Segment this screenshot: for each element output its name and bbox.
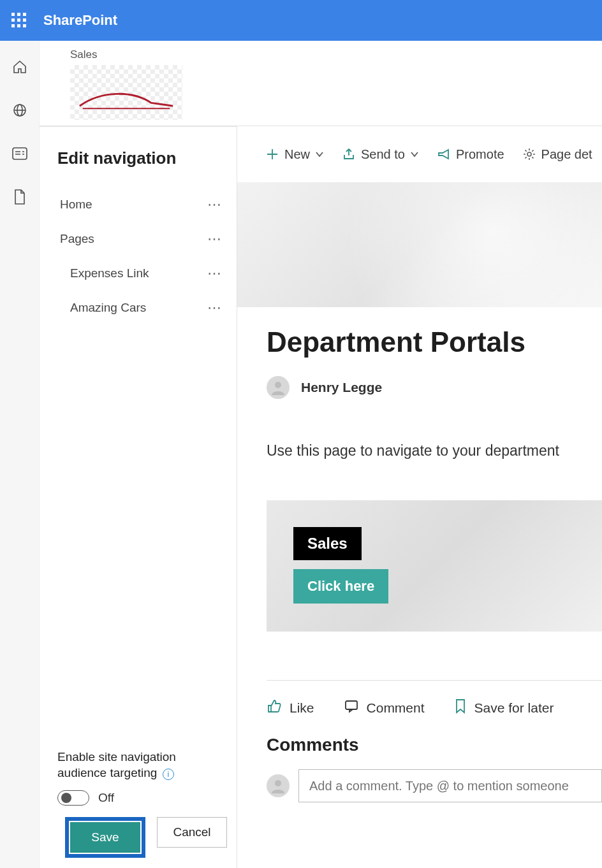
edit-navigation-title: Edit navigation (57, 148, 225, 168)
more-icon[interactable]: ⋯ (207, 196, 223, 213)
nav-item-home[interactable]: Home ⋯ (57, 187, 225, 222)
like-button[interactable]: Like (267, 698, 314, 717)
nav-item-amazing-cars[interactable]: Amazing Cars ⋯ (57, 291, 225, 325)
news-icon[interactable] (11, 145, 28, 162)
bookmark-icon (454, 698, 467, 717)
save-label: Save for later (474, 700, 554, 716)
svg-point-4 (275, 382, 281, 388)
svg-point-6 (275, 780, 281, 786)
svg-rect-2 (13, 148, 27, 159)
save-button[interactable]: Save (70, 822, 140, 853)
like-icon (267, 698, 282, 717)
site-logo[interactable] (70, 65, 182, 120)
nav-item-label: Pages (60, 232, 94, 246)
tile-label: Sales (293, 527, 362, 560)
comments-heading: Comments (267, 735, 602, 755)
cancel-button[interactable]: Cancel (157, 817, 227, 848)
audience-label-line1: Enable site navigation (57, 749, 176, 765)
nav-item-pages[interactable]: Pages ⋯ (57, 222, 225, 256)
gear-icon (522, 147, 536, 161)
more-icon[interactable]: ⋯ (207, 231, 223, 247)
chevron-down-icon (315, 147, 324, 162)
comment-input-row (267, 769, 602, 802)
nav-item-expenses-link[interactable]: Expenses Link ⋯ (57, 256, 225, 291)
nav-item-label: Amazing Cars (70, 301, 146, 315)
like-label: Like (290, 700, 314, 716)
app-name[interactable]: SharePoint (43, 12, 117, 29)
nav-item-label: Expenses Link (70, 266, 149, 280)
comment-label: Comment (367, 700, 425, 716)
comment-button[interactable]: Comment (344, 698, 425, 717)
left-rail (0, 41, 40, 868)
social-bar: Like Comment Save for later (267, 681, 602, 717)
file-icon[interactable] (11, 189, 28, 205)
more-icon[interactable]: ⋯ (207, 265, 223, 282)
author-row: Henry Legge (267, 376, 602, 399)
page-details-button[interactable]: Page det (522, 147, 592, 162)
site-header: Sales (40, 41, 602, 126)
chevron-down-icon (410, 147, 419, 162)
audience-targeting-section: Enable site navigation audience targetin… (40, 736, 237, 868)
page-column: New Send to Promote (237, 126, 602, 868)
page-details-label: Page det (541, 147, 592, 162)
audience-label-line2: audience targeting (57, 765, 157, 781)
comment-input[interactable] (298, 769, 602, 802)
megaphone-icon (437, 147, 451, 161)
new-label: New (284, 147, 310, 162)
comment-icon (344, 698, 359, 717)
svg-point-3 (527, 152, 531, 156)
more-icon[interactable]: ⋯ (207, 300, 223, 316)
save-button-highlight: Save (65, 817, 145, 858)
page-header-banner (237, 182, 602, 307)
share-icon (342, 147, 356, 161)
plus-icon (265, 147, 279, 161)
suite-bar: SharePoint (0, 0, 602, 41)
toggle-state-label: Off (98, 791, 114, 805)
hero-tile[interactable]: Sales Click here (267, 500, 602, 632)
page-title: Department Portals (267, 326, 602, 358)
globe-icon[interactable] (11, 102, 28, 119)
author-name[interactable]: Henry Legge (301, 380, 382, 395)
send-to-label: Send to (361, 147, 405, 162)
page-description: Use this page to navigate to your depart… (267, 442, 602, 459)
promote-button[interactable]: Promote (437, 147, 504, 162)
avatar (267, 376, 290, 399)
new-button[interactable]: New (265, 147, 324, 162)
send-to-button[interactable]: Send to (342, 147, 419, 162)
save-for-later-button[interactable]: Save for later (454, 698, 554, 717)
home-icon[interactable] (11, 59, 28, 75)
site-label: Sales (70, 48, 571, 61)
edit-navigation-panel: Edit navigation Home ⋯ Pages ⋯ Expenses … (40, 126, 237, 868)
audience-toggle[interactable] (57, 790, 89, 806)
tile-button[interactable]: Click here (293, 569, 388, 604)
app-launcher-icon[interactable] (11, 13, 27, 28)
nav-item-label: Home (60, 198, 92, 212)
avatar (267, 774, 290, 797)
command-bar: New Send to Promote (237, 126, 602, 182)
info-icon[interactable]: i (163, 769, 174, 780)
promote-label: Promote (456, 147, 504, 162)
